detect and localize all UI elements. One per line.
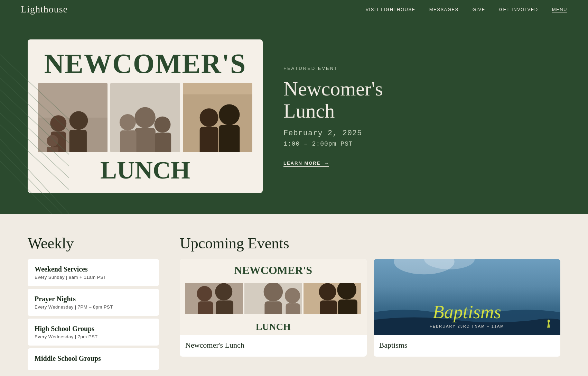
svg-point-33 <box>197 286 212 301</box>
svg-rect-39 <box>264 301 282 314</box>
newcomer-card-title-bottom: LUNCH <box>256 321 291 332</box>
ocean-bg <box>374 259 561 335</box>
bottom-section: Weekly Weekend Services Every Sunday | 9… <box>0 214 588 376</box>
featured-event-time: 1:00 – 2:00pm PST <box>283 140 560 147</box>
svg-rect-44 <box>320 301 337 314</box>
weekly-item-weekend-time: Every Sunday | 9am + 11am PST <box>35 275 152 280</box>
arrow-icon: → <box>324 161 329 166</box>
bg-lines-decoration <box>0 19 69 214</box>
nav-link-get-involved[interactable]: GET INVOLVED <box>499 7 538 12</box>
svg-point-20 <box>135 107 156 128</box>
newcomer-card-title-top: NEWCOMER'S <box>234 265 312 276</box>
featured-event-date: February 2, 2025 <box>283 129 560 138</box>
nav-logo[interactable]: Lighthouse <box>21 4 68 15</box>
baptisms-title: Baptisms <box>433 303 501 321</box>
learn-more-button[interactable]: LEARN MORE → <box>283 161 329 167</box>
navbar: Lighthouse VISIT LIGHTHOUSE MESSAGES GIV… <box>0 0 588 19</box>
feature-photo-2 <box>110 83 180 152</box>
event-card-newcomers-label: Newcomer's Lunch <box>180 335 367 357</box>
nav-link-give[interactable]: GIVE <box>473 7 485 12</box>
event-card-baptisms[interactable]: Baptisms FEBRUARY 23RD | 9AM + 11AM Bapt… <box>374 259 561 357</box>
upcoming-column: Upcoming Events NEWCOMER'S <box>180 235 560 373</box>
nav-link-visit[interactable]: VISIT LIGHTHOUSE <box>365 7 415 12</box>
svg-rect-34 <box>198 301 213 314</box>
featured-event-info: FEATURED EVENT Newcomer's Lunch February… <box>283 66 560 167</box>
newcomer-thumb-1 <box>185 283 243 314</box>
hero-section: NEWCOMER'S <box>0 19 588 214</box>
svg-rect-31 <box>219 125 240 152</box>
svg-rect-29 <box>199 127 218 152</box>
newcomer-thumb-2 <box>244 283 302 314</box>
newcomer-thumb-3 <box>304 283 361 314</box>
weekly-heading: Weekly <box>28 235 159 252</box>
svg-rect-32 <box>185 283 243 314</box>
nav-link-messages[interactable]: MESSAGES <box>429 7 459 12</box>
event-card-baptisms-image: Baptisms FEBRUARY 23RD | 9AM + 11AM <box>374 259 561 335</box>
svg-point-30 <box>219 104 240 125</box>
svg-point-35 <box>215 283 232 301</box>
feature-card-photos <box>38 83 252 152</box>
lighthouse-icon <box>544 319 553 328</box>
svg-point-22 <box>120 114 136 130</box>
svg-point-14 <box>69 111 88 130</box>
svg-rect-46 <box>338 300 357 314</box>
svg-rect-23 <box>120 130 137 152</box>
svg-point-24 <box>155 117 171 133</box>
svg-rect-41 <box>286 303 300 314</box>
feature-card-title-top: NEWCOMER'S <box>38 50 252 77</box>
featured-label: FEATURED EVENT <box>283 66 560 71</box>
event-card-newcomers[interactable]: NEWCOMER'S <box>180 259 367 357</box>
weekly-item-highschool-time: Every Wednesday | 7pm PST <box>35 334 152 339</box>
weekly-item-middleschool-name: Middle School Groups <box>35 355 152 363</box>
svg-rect-15 <box>69 130 87 152</box>
svg-point-28 <box>199 108 218 127</box>
upcoming-heading: Upcoming Events <box>180 235 560 252</box>
weekly-item-highschool-name: High School Groups <box>35 325 152 333</box>
svg-rect-21 <box>135 128 156 152</box>
svg-point-38 <box>263 283 283 301</box>
event-card-baptisms-label: Baptisms <box>374 335 561 357</box>
upcoming-cards: NEWCOMER'S <box>180 259 560 357</box>
svg-rect-36 <box>216 301 233 314</box>
svg-point-43 <box>319 283 336 301</box>
baptisms-date: FEBRUARY 23RD | 9AM + 11AM <box>430 324 504 328</box>
weekly-item-highschool: High School Groups Every Wednesday | 7pm… <box>28 319 159 346</box>
weekly-column: Weekly Weekend Services Every Sunday | 9… <box>28 235 159 373</box>
weekly-item-weekend-name: Weekend Services <box>35 265 152 273</box>
feature-photo-3 <box>183 83 252 152</box>
weekly-item-prayer-name: Prayer Nights <box>35 295 152 303</box>
weekly-item-prayer: Prayer Nights Every Wednesday | 7PM – 8p… <box>28 289 159 316</box>
svg-point-52 <box>548 320 550 322</box>
nav-link-menu[interactable]: MENU <box>552 7 567 12</box>
weekly-item-weekend: Weekend Services Every Sunday | 9am + 11… <box>28 259 159 286</box>
newcomer-card-photos <box>185 283 361 314</box>
svg-rect-25 <box>155 133 171 152</box>
feature-card-title-bottom: LUNCH <box>38 158 252 183</box>
weekly-item-middleschool: Middle School Groups <box>28 348 159 370</box>
featured-event-name: Newcomer's Lunch <box>283 78 560 122</box>
nav-links: VISIT LIGHTHOUSE MESSAGES GIVE GET INVOL… <box>365 7 567 12</box>
weekly-item-prayer-time: Every Wednesday | 7PM – 8pm PST <box>35 304 152 310</box>
svg-point-40 <box>285 288 300 303</box>
event-card-newcomers-image: NEWCOMER'S <box>180 259 367 335</box>
